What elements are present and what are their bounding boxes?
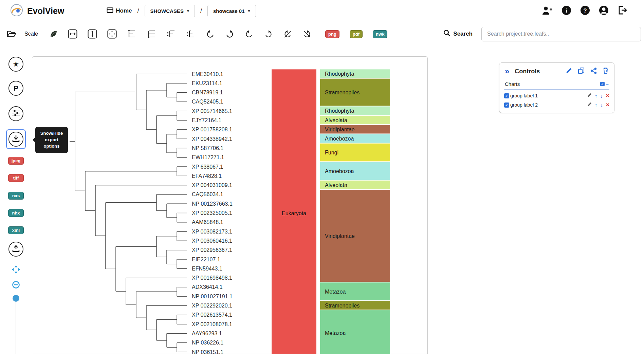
leaf-label[interactable]: XP 002325005.1 [192,210,232,216]
export-options-tooltip: Show/Hide export options [35,127,68,153]
search-button[interactable]: Search [443,30,473,38]
export-nwk-badge[interactable]: nwk [373,30,387,38]
svg-text:i: i [566,7,567,14]
leaf-label[interactable]: XP 002108078.1 [192,321,232,327]
leaf-label[interactable]: XP 002292020.1 [192,303,232,309]
controls-header: » Controls [499,63,614,79]
leaf-label[interactable]: EFN59443.1 [192,266,222,272]
logout-icon[interactable] [618,5,628,16]
flip-horizontal-icon[interactable] [283,30,292,39]
app-name: EvolView [27,6,64,16]
info-icon[interactable]: i [562,5,571,17]
flip-vertical-icon[interactable] [302,30,312,39]
leaf-label[interactable]: AAY96293.1 [192,331,222,336]
help-icon[interactable]: ? [580,5,590,17]
leaf-label[interactable]: XP 003060416.1 [192,238,232,244]
leaf-label[interactable]: CAQ56034.1 [192,191,223,197]
move-down-icon[interactable]: ↓ [601,93,603,99]
chart-item-row: ✓ group label 1 ↑ ↓ × [504,93,609,99]
edit-icon[interactable] [566,68,572,75]
user-profile-icon[interactable] [599,5,609,17]
leaf-label[interactable]: EFA74828.1 [192,173,222,179]
leaf-label[interactable]: EWH17271.1 [192,154,224,160]
settings-button[interactable] [0,106,32,121]
export-xml-button[interactable]: xml [0,226,32,234]
breadcrumb-home[interactable]: Home [107,7,132,15]
delete-icon[interactable] [603,67,609,75]
leaf-label[interactable]: XP 002613574.1 [192,312,232,318]
move-up-icon[interactable]: ↑ [595,93,597,99]
chevron-down-icon: ▾ [248,8,250,13]
export-nxs-button[interactable]: nxs [0,192,32,200]
sort-ascending-icon[interactable] [166,30,176,38]
export-options-button[interactable] [0,129,32,149]
tree-branch-lengths-icon[interactable] [127,30,136,38]
leaf-label[interactable]: XP 001698498.1 [192,275,232,281]
zoom-slider-track[interactable] [16,302,16,354]
collapse-panel-icon[interactable]: » [505,68,509,74]
zoom-out-button[interactable] [0,281,32,290]
leaf-label[interactable]: CBN78919.1 [192,90,223,95]
export-tiff-button[interactable]: tiff [0,174,32,182]
move-down-icon[interactable]: ↓ [601,102,603,108]
leaf-label[interactable]: XP 004031009.1 [192,182,232,188]
rotate-counterclockwise-icon[interactable] [206,30,215,39]
leaf-label[interactable]: XP 638067.1 [192,164,223,170]
leaf-label[interactable]: XP 004338942.1 [192,136,232,142]
leaf-icon[interactable] [50,30,58,38]
group-bar-label: Viridiplantae [325,127,355,132]
leaf-label[interactable]: ADX36414.1 [192,284,223,290]
favorites-button[interactable]: ★ [0,57,32,72]
remove-item-icon[interactable]: × [606,103,609,107]
charts-toggle-all-checkbox[interactable]: ✓ [600,82,605,86]
leaf-label[interactable]: EKU23114.1 [192,80,222,86]
leaf-label[interactable]: XP 002956367.1 [192,247,232,253]
leaf-label[interactable]: NP 001027191.1 [192,294,233,299]
leaf-label[interactable]: NP 587706.1 [192,145,223,151]
move-up-icon[interactable]: ↑ [595,102,597,108]
export-jpeg-button[interactable]: jpeg [0,157,32,165]
header-actions: i ? [541,5,644,17]
edit-item-icon[interactable] [587,102,592,108]
leaf-label[interactable]: NP 036151.1 [192,349,223,354]
phylogenetic-tree-canvas[interactable]: EME30410.1EKU23114.1CBN78919.1CAQ52405.1… [32,57,427,354]
project-dropdown[interactable]: SHOWCASES ▾ [145,5,195,17]
rotate-left-90-icon[interactable] [244,30,254,39]
leaf-label[interactable]: EJY72164.1 [192,117,221,123]
remove-item-icon[interactable]: × [606,93,609,98]
share-icon[interactable] [590,68,597,75]
tree-align-labels-icon[interactable] [147,30,156,38]
export-nhx-button[interactable]: nhx [0,209,32,217]
edit-item-icon[interactable] [587,93,592,99]
add-user-icon[interactable] [541,6,553,16]
search-input[interactable] [481,27,641,41]
chart-item-checkbox[interactable]: ✓ [504,93,509,98]
leaf-label[interactable]: CAQ52405.1 [192,99,223,105]
fit-width-icon[interactable] [68,29,77,39]
copy-icon[interactable] [578,67,585,75]
leaf-label[interactable]: AAM65848.1 [192,219,223,225]
leaf-label[interactable]: EME30410.1 [192,71,223,77]
fit-height-icon[interactable] [88,29,97,39]
leaf-label[interactable]: XP 001758208.1 [192,127,232,132]
rotate-clockwise-icon[interactable] [225,30,234,39]
chart-item-checkbox[interactable]: ✓ [504,103,509,108]
leaf-label[interactable]: XP 003082173.1 [192,229,232,235]
group-bar-label: Rhodophyta [325,71,354,77]
charts-collapse-icon[interactable]: − [606,81,609,87]
upload-button[interactable] [0,242,32,257]
tree-dropdown[interactable]: showcase 01 ▾ [207,5,256,17]
fit-all-icon[interactable] [107,29,117,39]
sort-descending-icon[interactable] [186,30,196,38]
projects-button[interactable]: P [0,81,32,96]
leaf-label[interactable]: NP 036226.1 [192,340,223,346]
leaf-label[interactable]: NP 001237663.1 [192,201,233,207]
rotate-right-90-icon[interactable] [264,30,273,39]
export-png-badge[interactable]: png [325,30,339,38]
export-pdf-badge[interactable]: pdf [350,30,363,38]
leaf-label[interactable]: EIE22107.1 [192,257,220,262]
leaf-label[interactable]: XP 005714665.1 [192,108,232,114]
export-button-highlight [6,129,26,149]
sliders-icon [12,110,20,118]
expand-view-button[interactable] [0,265,32,275]
